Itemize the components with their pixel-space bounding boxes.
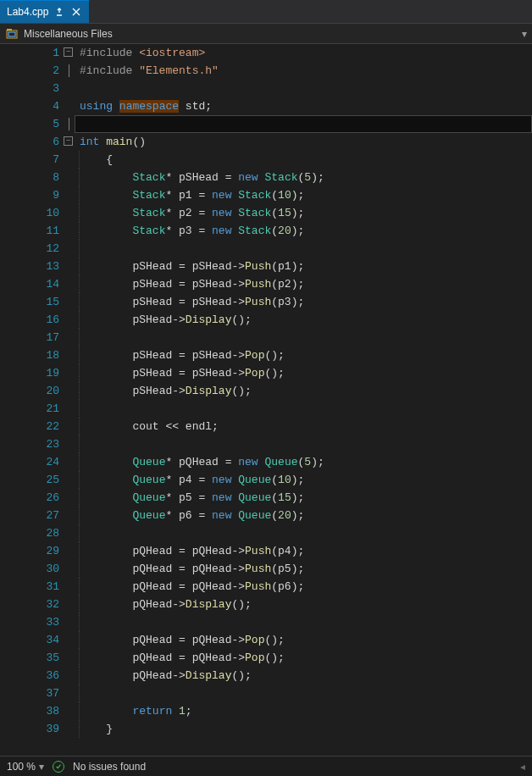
line-number: 12 xyxy=(0,240,75,258)
code-line[interactable] xyxy=(75,400,532,418)
code-line[interactable]: pSHead = pSHead->Push(p3); xyxy=(75,293,532,311)
line-number: 29 xyxy=(0,542,75,560)
line-number: 25 xyxy=(0,471,75,489)
zoom-control[interactable]: 100 % ▾ xyxy=(7,761,44,773)
line-number: 9 xyxy=(0,186,75,204)
line-number: 38 xyxy=(0,702,75,720)
code-line[interactable] xyxy=(75,435,532,453)
code-line[interactable]: pQHead = pQHead->Pop(); xyxy=(75,649,532,667)
code-line[interactable]: pSHead = pSHead->Pop(); xyxy=(75,346,532,364)
line-number: 24 xyxy=(0,453,75,471)
line-number: 3 xyxy=(0,80,75,97)
tab-filename: Lab4.cpp xyxy=(7,6,48,18)
check-circle-icon xyxy=(53,761,64,773)
code-line[interactable]: pSHead = pSHead->Push(p1); xyxy=(75,258,532,275)
line-number: 20 xyxy=(0,382,75,400)
code-line[interactable]: Stack* p1 = new Stack(10); xyxy=(75,186,532,204)
line-number: 17 xyxy=(0,329,75,346)
line-number: 32 xyxy=(0,596,75,613)
line-number: 11 xyxy=(0,222,75,240)
line-number: 28 xyxy=(0,524,75,542)
code-line[interactable]: pSHead->Display(); xyxy=(75,382,532,400)
line-number: 27 xyxy=(0,507,75,524)
code-line[interactable]: pQHead->Display(); xyxy=(75,596,532,613)
code-line[interactable]: int main() xyxy=(75,133,532,151)
fold-minus-icon[interactable] xyxy=(64,136,73,146)
line-number: 1 xyxy=(0,44,75,62)
code-line[interactable]: Queue* p4 = new Queue(10); xyxy=(75,471,532,489)
line-number: 6 xyxy=(0,133,75,151)
line-number: 7 xyxy=(0,151,75,169)
code-line[interactable]: #include <iostream> xyxy=(75,44,532,62)
line-number: 5 xyxy=(0,115,75,133)
tab-bar: Lab4.cpp xyxy=(0,0,532,24)
code-line[interactable]: Stack* p2 = new Stack(15); xyxy=(75,204,532,222)
code-line[interactable]: pQHead = pQHead->Push(p4); xyxy=(75,542,532,560)
code-line[interactable] xyxy=(75,240,532,258)
chevron-down-icon[interactable]: ▾ xyxy=(522,28,527,40)
code-line[interactable]: pSHead = pSHead->Push(p2); xyxy=(75,275,532,293)
code-line[interactable]: pSHead = pSHead->Pop(); xyxy=(75,364,532,382)
code-line[interactable] xyxy=(75,80,532,97)
line-number: 10 xyxy=(0,204,75,222)
code-line[interactable] xyxy=(75,524,532,542)
code-line[interactable]: pQHead = pQHead->Pop(); xyxy=(75,631,532,649)
tab-active[interactable]: Lab4.cpp xyxy=(0,0,89,23)
line-number: 21 xyxy=(0,400,75,418)
line-number-gutter: 1234567891011121314151617181920212223242… xyxy=(0,44,75,756)
code-content[interactable]: #include <iostream>#include "Elements.h"… xyxy=(75,44,532,756)
line-number: 4 xyxy=(0,97,75,115)
code-line[interactable]: pSHead->Display(); xyxy=(75,311,532,329)
code-line[interactable]: pQHead->Display(); xyxy=(75,667,532,685)
scope-icon xyxy=(5,27,19,41)
pin-icon[interactable] xyxy=(53,6,65,18)
issues-status[interactable]: No issues found xyxy=(73,761,146,773)
code-line[interactable]: return 1; xyxy=(75,702,532,720)
line-number: 19 xyxy=(0,364,75,382)
code-line[interactable]: Queue* p6 = new Queue(20); xyxy=(75,507,532,524)
code-line[interactable]: pQHead = pQHead->Push(p5); xyxy=(75,560,532,578)
svg-rect-2 xyxy=(8,32,15,36)
line-number: 30 xyxy=(0,560,75,578)
scope-label[interactable]: Miscellaneous Files xyxy=(24,28,113,40)
code-editor[interactable]: 1234567891011121314151617181920212223242… xyxy=(0,44,532,756)
line-number: 33 xyxy=(0,613,75,631)
line-number: 2 xyxy=(0,62,75,80)
line-number: 37 xyxy=(0,685,75,702)
code-line[interactable]: Stack* p3 = new Stack(20); xyxy=(75,222,532,240)
code-line[interactable]: #include "Elements.h" xyxy=(75,62,532,80)
code-line[interactable]: Queue* p5 = new Queue(15); xyxy=(75,489,532,507)
code-line[interactable]: cout << endl; xyxy=(75,418,532,435)
line-number: 22 xyxy=(0,418,75,435)
fold-minus-icon[interactable] xyxy=(64,47,73,57)
close-icon[interactable] xyxy=(70,6,82,18)
code-line[interactable]: } xyxy=(75,720,532,738)
code-line[interactable] xyxy=(75,115,532,133)
line-number: 13 xyxy=(0,258,75,275)
line-number: 36 xyxy=(0,667,75,685)
outline-bar-icon xyxy=(69,64,69,77)
line-number: 34 xyxy=(0,631,75,649)
code-line[interactable]: Queue* pQHead = new Queue(5); xyxy=(75,453,532,471)
line-number: 14 xyxy=(0,275,75,293)
line-number: 15 xyxy=(0,293,75,311)
line-number: 16 xyxy=(0,311,75,329)
line-number: 18 xyxy=(0,346,75,364)
code-line[interactable]: using namespace std; xyxy=(75,97,532,115)
code-line[interactable] xyxy=(75,685,532,702)
navigation-bar: Miscellaneous Files ▾ xyxy=(0,24,532,44)
status-bar: 100 % ▾ No issues found ◂ xyxy=(0,756,532,776)
code-line[interactable] xyxy=(75,613,532,631)
code-line[interactable]: { xyxy=(75,151,532,169)
chevron-down-icon: ▾ xyxy=(39,761,44,773)
line-number: 26 xyxy=(0,489,75,507)
line-number: 35 xyxy=(0,649,75,667)
code-line[interactable]: pQHead = pQHead->Push(p6); xyxy=(75,578,532,596)
line-number: 31 xyxy=(0,578,75,596)
line-number: 8 xyxy=(0,169,75,186)
code-line[interactable] xyxy=(75,329,532,346)
horizontal-scroll-thumb[interactable]: ◂ xyxy=(520,761,525,773)
svg-rect-1 xyxy=(7,29,12,30)
code-line[interactable]: Stack* pSHead = new Stack(5); xyxy=(75,169,532,186)
line-number: 39 xyxy=(0,720,75,738)
